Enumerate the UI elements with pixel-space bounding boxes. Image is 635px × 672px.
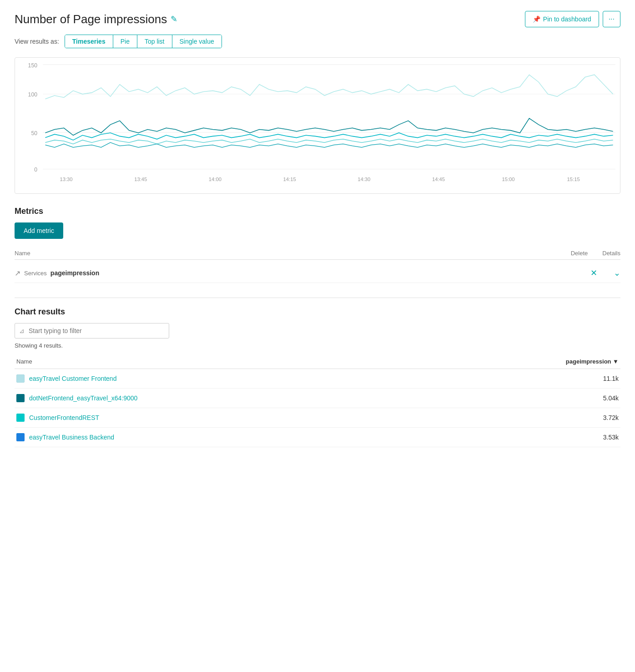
more-options-button[interactable]: ···: [603, 11, 620, 27]
view-results-row: View results as: Timeseries Pie Top list…: [15, 35, 620, 48]
service-name-cell: dotNetFrontend_easyTravel_x64:9000: [15, 389, 432, 408]
delete-metric-button[interactable]: ✕: [590, 268, 597, 278]
add-metric-button[interactable]: Add metric: [15, 222, 63, 239]
svg-text:0: 0: [34, 167, 37, 173]
service-link[interactable]: dotNetFrontend_easyTravel_x64:9000: [29, 394, 137, 402]
color-swatch: [16, 433, 25, 441]
svg-text:15:15: 15:15: [567, 177, 580, 182]
color-swatch: [16, 394, 25, 402]
svg-text:14:30: 14:30: [358, 177, 370, 182]
more-icon: ···: [609, 15, 615, 23]
results-table-header-row: Name pageimpression ▼: [15, 354, 620, 369]
trend-icon: ↗: [15, 269, 20, 278]
filter-wrapper: ⊿: [15, 323, 169, 339]
metric-value: 11.1k: [432, 369, 620, 389]
metrics-header-details: Details: [602, 250, 620, 257]
color-swatch: [16, 414, 25, 422]
metrics-row-actions: ✕ ⌄: [590, 268, 620, 278]
service-link[interactable]: easyTravel Business Backend: [29, 434, 114, 441]
metrics-header-delete: Delete: [571, 250, 588, 257]
metrics-row-name: ↗ Services pageimpression: [15, 269, 590, 278]
metrics-header-name: Name: [15, 250, 571, 257]
header-actions: 📌 Pin to dashboard ···: [525, 11, 620, 27]
metrics-title: Metrics: [15, 207, 620, 216]
tab-timeseries[interactable]: Timeseries: [65, 35, 113, 48]
details-metric-button[interactable]: ⌄: [614, 268, 620, 278]
metrics-section: Metrics Add metric Name Delete Details ↗…: [15, 207, 620, 283]
page-title: Number of Page impressions ✎: [15, 12, 177, 26]
metrics-table: Name Delete Details ↗ Services pageimpre…: [15, 250, 620, 283]
service-link[interactable]: CustomerFrontendREST: [29, 414, 99, 421]
color-swatch: [16, 374, 25, 383]
table-row: CustomerFrontendREST 3.72k: [15, 408, 620, 428]
results-table: Name pageimpression ▼ easyTravel Custome…: [15, 354, 620, 447]
svg-text:14:15: 14:15: [283, 177, 296, 182]
service-name-cell: easyTravel Business Backend: [15, 428, 432, 447]
divider: [15, 298, 620, 298]
svg-text:50: 50: [31, 130, 37, 136]
tab-toplist[interactable]: Top list: [137, 35, 172, 48]
col-header-name: Name: [15, 354, 432, 369]
table-row: ↗ Services pageimpression ✕ ⌄: [15, 263, 620, 283]
metrics-header-actions: Delete Details: [571, 250, 620, 257]
chart-results-section: Chart results ⊿ Showing 4 results. Name …: [15, 307, 620, 447]
service-label: Services: [24, 270, 47, 277]
svg-text:13:30: 13:30: [60, 177, 72, 182]
pin-to-dashboard-button[interactable]: 📌 Pin to dashboard: [525, 11, 599, 27]
service-link[interactable]: easyTravel Customer Frontend: [29, 375, 116, 382]
table-row: easyTravel Customer Frontend 11.1k: [15, 369, 620, 389]
filter-input[interactable]: [15, 323, 169, 339]
svg-text:13:45: 13:45: [134, 177, 147, 182]
metric-value: 3.53k: [432, 428, 620, 447]
tab-singlevalue[interactable]: Single value: [172, 35, 222, 48]
table-row: dotNetFrontend_easyTravel_x64:9000 5.04k: [15, 389, 620, 408]
svg-text:14:45: 14:45: [432, 177, 445, 182]
showing-results-text: Showing 4 results.: [15, 342, 620, 349]
pin-icon: 📌: [533, 15, 540, 23]
svg-text:14:00: 14:00: [209, 177, 222, 182]
svg-text:100: 100: [28, 91, 38, 98]
metric-name: pageimpression: [50, 269, 99, 277]
timeseries-chart: 150 100 50 0 13:30 13:45 14:00 14:15 14:…: [15, 57, 620, 194]
metric-value: 3.72k: [432, 408, 620, 428]
service-name-cell: CustomerFrontendREST: [15, 408, 432, 428]
svg-text:15:00: 15:00: [502, 177, 514, 182]
edit-icon[interactable]: ✎: [171, 14, 177, 24]
view-type-tabs: Timeseries Pie Top list Single value: [65, 35, 222, 48]
pin-label: Pin to dashboard: [543, 15, 591, 23]
metric-value: 5.04k: [432, 389, 620, 408]
svg-text:150: 150: [28, 62, 38, 69]
view-results-label: View results as:: [15, 38, 59, 45]
col-metric-label: pageimpression ▼: [566, 358, 619, 365]
metrics-table-header: Name Delete Details: [15, 250, 620, 260]
header: Number of Page impressions ✎ 📌 Pin to da…: [15, 11, 620, 27]
title-text: Number of Page impressions: [15, 12, 167, 26]
table-row: easyTravel Business Backend 3.53k: [15, 428, 620, 447]
col-header-metric[interactable]: pageimpression ▼: [432, 354, 620, 369]
service-name-cell: easyTravel Customer Frontend: [15, 369, 432, 389]
chart-results-title: Chart results: [15, 307, 620, 317]
tab-pie[interactable]: Pie: [113, 35, 137, 48]
